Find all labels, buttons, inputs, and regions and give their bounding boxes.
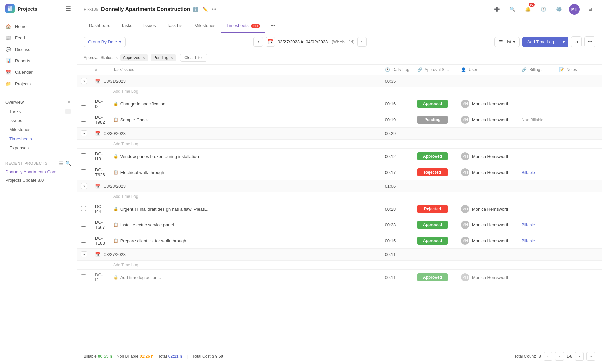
tab-issues[interactable]: Issues xyxy=(138,19,161,33)
info-icon[interactable]: ℹ️ xyxy=(193,7,198,12)
row-daily-log: 00:23 xyxy=(381,217,413,233)
overview-item[interactable]: Overview ▼ xyxy=(0,98,77,107)
recent-project-donnelly[interactable]: Donnelly Apartments Con: xyxy=(0,168,77,176)
first-page-button[interactable]: « xyxy=(544,352,552,361)
approval-badge[interactable]: Rejected xyxy=(417,168,448,176)
tasks-item[interactable]: Tasks ... xyxy=(0,107,77,116)
tab-more[interactable]: ••• xyxy=(265,19,281,33)
approval-badge[interactable]: Approved xyxy=(417,100,448,108)
sidebar-item-feed[interactable]: 📰 Feed xyxy=(0,32,77,43)
grid-button[interactable]: ⊞ xyxy=(584,4,595,15)
row-checkbox[interactable] xyxy=(81,117,86,122)
tab-dashboard[interactable]: Dashboard xyxy=(84,19,116,33)
prev-page-button[interactable]: ‹ xyxy=(555,352,564,361)
app-logo[interactable]: Projects xyxy=(5,4,37,13)
prev-week-button[interactable]: ‹ xyxy=(253,37,263,47)
overview-chevron: ▼ xyxy=(67,100,71,105)
row-checkbox[interactable] xyxy=(81,169,86,174)
approval-badge[interactable]: Approved xyxy=(417,152,448,160)
sidebar-item-reports[interactable]: 📊 Reports xyxy=(0,55,77,66)
topbar-left: PR-139 Donnelly Apartments Construction … xyxy=(84,6,216,12)
row-checkbox[interactable] xyxy=(81,153,86,158)
total-cost-label: Total Cost xyxy=(192,354,210,359)
collapse-button[interactable]: ▾ xyxy=(81,183,87,189)
list-view-icon[interactable]: ☰ xyxy=(59,161,63,166)
search-recent-icon[interactable]: 🔍 xyxy=(65,161,71,166)
add-timelog-caret[interactable]: ▾ xyxy=(559,37,568,47)
row-checkbox[interactable] xyxy=(81,274,86,279)
approval-badge[interactable]: Approved xyxy=(417,273,448,281)
sidebar-item-home[interactable]: 🏠 Home xyxy=(0,21,77,32)
next-week-button[interactable]: › xyxy=(357,37,367,47)
row-task: 📋 Prepare client list for walk through xyxy=(109,233,381,249)
approval-badge[interactable]: Approved xyxy=(417,221,448,229)
approval-badge[interactable]: Pending xyxy=(417,116,448,124)
user-avatar[interactable]: MH xyxy=(569,4,580,15)
approval-badge[interactable]: Rejected xyxy=(417,205,448,213)
approval-badge[interactable]: Approved xyxy=(417,237,448,245)
settings-button[interactable]: ⚙️ xyxy=(553,4,564,15)
recent-projects-header: Recent Projects ☰ 🔍 xyxy=(0,158,77,168)
tab-tasks[interactable]: Tasks xyxy=(116,19,138,33)
add-timelog-button[interactable]: Add Time Log ▾ xyxy=(522,37,568,47)
add-timelog-cell[interactable]: Add Time Log xyxy=(109,261,381,270)
toolbar: Group By Date ▾ ‹ 📅 03/27/2023 to 04/02/… xyxy=(77,33,602,51)
last-page-button[interactable]: » xyxy=(586,352,595,361)
add-timelog-cell[interactable]: Add Time Log xyxy=(109,140,381,149)
add-timelog-cell[interactable]: Add Time Log xyxy=(109,192,381,201)
list-view-button[interactable]: ☰ List ▾ xyxy=(494,37,520,47)
group-by-button[interactable]: Group By Date ▾ xyxy=(84,37,126,47)
filter-button[interactable]: ⊿ xyxy=(571,36,582,47)
date-collapse-cell: ▾ xyxy=(77,75,91,87)
table-body: ▾ 📅 03/31/2023 00:35 Add T xyxy=(77,75,602,285)
tab-task-list[interactable]: Task List xyxy=(161,19,189,33)
issues-item[interactable]: Issues xyxy=(0,116,77,125)
sidebar-item-projects[interactable]: 📁 Projects xyxy=(0,78,77,89)
toolbar-right: ☰ List ▾ Add Time Log ▾ ⊿ ••• xyxy=(494,36,595,47)
tab-timesheets[interactable]: Timesheets 99+ xyxy=(221,19,265,33)
timesheets-item[interactable]: Timesheets xyxy=(0,134,77,143)
row-checkbox[interactable] xyxy=(81,101,86,106)
row-billing: Billable xyxy=(518,233,555,249)
edit-icon[interactable]: ✏️ xyxy=(202,7,208,12)
next-page-button[interactable]: › xyxy=(575,352,584,361)
notifications-button[interactable]: 🔔 99 xyxy=(522,4,533,15)
date-collapse-cell: ▾ xyxy=(77,180,91,192)
recent-project-pu8[interactable]: Projects Update 8.0 xyxy=(0,176,77,184)
search-button[interactable]: 🔍 xyxy=(507,4,518,15)
milestones-item[interactable]: Milestones xyxy=(0,125,77,134)
group-by-label: Group By Date xyxy=(88,39,117,44)
row-checkbox[interactable] xyxy=(81,206,86,211)
collapse-button[interactable]: ▾ xyxy=(81,130,87,136)
col-num-header: # xyxy=(91,65,109,75)
row-user: MH Monica Hemswortl xyxy=(457,164,518,180)
row-checkbox[interactable] xyxy=(81,222,86,227)
clock-button[interactable]: 🕐 xyxy=(538,4,549,15)
expenses-item[interactable]: Expenses xyxy=(0,143,77,152)
page-range: 1-8 xyxy=(567,354,572,359)
row-notes xyxy=(555,112,589,128)
row-daily-log: 00:28 xyxy=(381,201,413,217)
collapse-button[interactable]: ▾ xyxy=(81,78,87,84)
footer-stats: Billable 00:55 h Non Billable 01:26 h To… xyxy=(84,354,223,359)
sidebar-item-calendar[interactable]: 📅 Calendar xyxy=(0,66,77,78)
collapse-button[interactable]: ▾ xyxy=(81,251,87,257)
add-timelog-cell[interactable]: Add Time Log xyxy=(109,87,381,96)
remove-approved-filter[interactable]: ✕ xyxy=(142,56,145,60)
more-icon[interactable]: ••• xyxy=(212,7,216,12)
row-checkbox[interactable] xyxy=(81,238,86,243)
remove-pending-filter[interactable]: ✕ xyxy=(170,56,173,60)
more-options-button[interactable]: ••• xyxy=(584,36,595,47)
notification-badge: 99 xyxy=(529,3,535,7)
calendar-icon: 📅 xyxy=(5,69,11,75)
project-id: PR-139 xyxy=(84,7,98,12)
menu-toggle[interactable]: ☰ xyxy=(66,5,71,12)
sidebar-divider-2 xyxy=(0,156,77,156)
clear-filter-button[interactable]: Clear filter xyxy=(180,54,207,62)
row-notes xyxy=(555,96,589,112)
sidebar-item-discuss[interactable]: 💬 Discuss xyxy=(0,43,77,55)
tab-milestones[interactable]: Milestones xyxy=(189,19,221,33)
add-button[interactable]: ➕ xyxy=(491,4,502,15)
timesheets-badge: 99+ xyxy=(251,24,260,28)
calendar-view-button[interactable]: 📅 xyxy=(266,37,275,47)
